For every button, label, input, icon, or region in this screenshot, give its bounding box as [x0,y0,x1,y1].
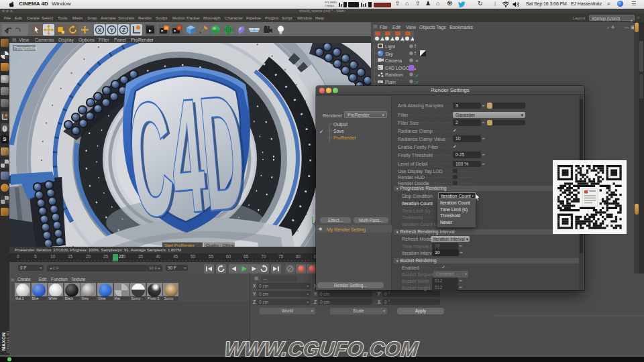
svg-text:Camera: Camera [385,58,402,63]
svg-text:WWW.CGUFO.COM: WWW.CGUFO.COM [223,337,420,360]
svg-text:✓: ✓ [319,128,323,134]
svg-text:Random: Random [385,72,403,77]
svg-text:Y: Y [110,26,114,33]
svg-text::✕: :✕ [414,58,419,63]
svg-text:X: X [98,26,102,33]
svg-text:Save: Save [333,129,344,133]
svg-text:ProRender: ProRender [333,135,357,140]
svg-text::✓: :✓ [415,73,419,78]
svg-text:Sky: Sky [385,52,393,57]
svg-text:Output: Output [333,122,347,127]
svg-text:MAXON: MAXON [1,333,6,351]
svg-text:Light: Light [385,44,395,50]
svg-text:C4D LOGO: C4D LOGO [385,66,410,70]
svg-text::✓: :✓ [415,80,419,84]
svg-text:Plain: Plain [385,80,396,84]
svg-text:Z: Z [122,26,125,33]
svg-text:Perspective: Perspective [14,46,37,51]
